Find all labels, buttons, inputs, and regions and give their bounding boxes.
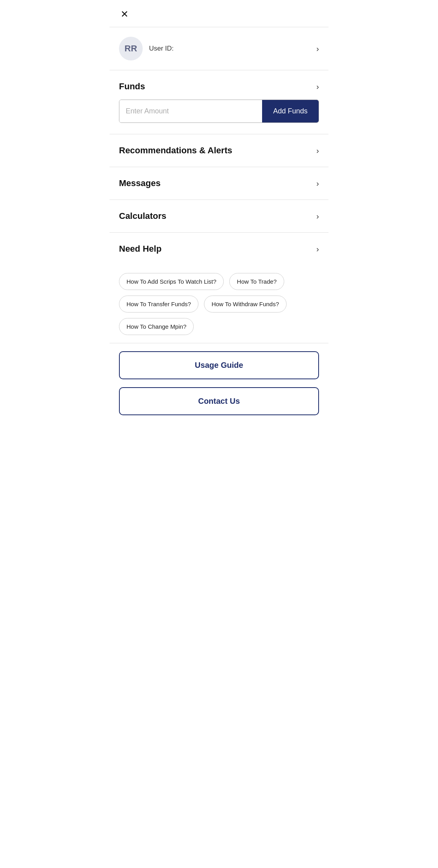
funds-input-row: Add Funds: [119, 100, 319, 123]
usage-guide-button[interactable]: Usage Guide: [119, 351, 319, 379]
help-tags: How To Add Scrips To Watch List?How To T…: [119, 273, 319, 335]
add-funds-button[interactable]: Add Funds: [262, 100, 319, 122]
help-tag[interactable]: How To Withdraw Funds?: [204, 296, 287, 313]
recommendations-label: Recommendations & Alerts: [119, 145, 232, 156]
messages-menu-item[interactable]: Messages ›: [110, 167, 328, 200]
calculators-chevron-icon: ›: [316, 212, 319, 221]
profile-section[interactable]: RR User ID: ›: [110, 27, 328, 70]
need-help-label: Need Help: [119, 244, 162, 254]
help-tag[interactable]: How To Trade?: [229, 273, 284, 290]
help-tag[interactable]: How To Change Mpin?: [119, 318, 194, 335]
profile-left: RR User ID:: [119, 37, 174, 60]
help-tag[interactable]: How To Transfer Funds?: [119, 296, 198, 313]
need-help-chevron-icon: ›: [316, 245, 319, 254]
recommendations-chevron-icon: ›: [316, 146, 319, 155]
help-section: How To Add Scrips To Watch List?How To T…: [110, 273, 328, 343]
recommendations-menu-item[interactable]: Recommendations & Alerts ›: [110, 134, 328, 167]
funds-section: Funds › Add Funds: [110, 70, 328, 134]
funds-header: Funds ›: [119, 70, 319, 100]
user-info: User ID:: [149, 45, 174, 53]
calculators-label: Calculators: [119, 211, 166, 221]
calculators-menu-item[interactable]: Calculators ›: [110, 200, 328, 232]
need-help-menu-item[interactable]: Need Help ›: [110, 233, 328, 265]
funds-chevron-icon: ›: [316, 82, 319, 91]
close-bar: ✕: [110, 0, 328, 27]
contact-us-button[interactable]: Contact Us: [119, 387, 319, 415]
messages-label: Messages: [119, 178, 160, 188]
bottom-buttons: Usage Guide Contact Us: [110, 343, 328, 427]
user-id-label: User ID:: [149, 45, 174, 53]
profile-chevron-icon: ›: [316, 44, 319, 53]
messages-chevron-icon: ›: [316, 179, 319, 188]
close-button[interactable]: ✕: [119, 8, 130, 21]
help-tag[interactable]: How To Add Scrips To Watch List?: [119, 273, 224, 290]
avatar: RR: [119, 37, 143, 60]
funds-title: Funds: [119, 81, 145, 92]
amount-input[interactable]: [119, 100, 262, 122]
